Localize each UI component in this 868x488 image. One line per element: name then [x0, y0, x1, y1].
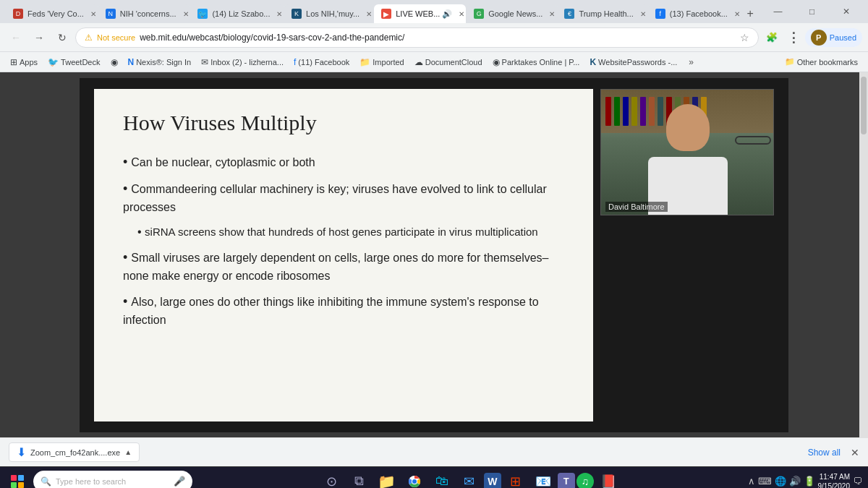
scrollbar-thumb[interactable]	[861, 77, 867, 134]
speaker-head	[666, 104, 710, 151]
back-button[interactable]: ←	[6, 27, 26, 48]
address-bar[interactable]: ⚠ Not secure web.mit.edu/webcast/biology…	[75, 27, 759, 48]
tab-favicon-nih: N	[106, 9, 116, 19]
speaker-figure	[601, 90, 773, 215]
more-bookmarks-button[interactable]: »	[686, 56, 697, 69]
tab-live[interactable]: ▶ LIVE WEB... 🔊 ✕	[374, 4, 466, 23]
main-content: How Viruses Multiply Can be nuclear, cyt…	[0, 72, 868, 437]
book	[631, 97, 637, 126]
taskbar-outlook[interactable]: 📧	[530, 468, 556, 489]
tab-close-live[interactable]: ✕	[456, 9, 466, 19]
bookmark-apps[interactable]: ⊞ Apps	[6, 56, 42, 69]
wp-icon: K	[590, 57, 596, 67]
tab-los[interactable]: K Los NIH,'muy... ✕	[284, 4, 373, 23]
tab-close-news[interactable]: ✕	[547, 9, 556, 19]
taskbar-left: 🔍 Type here to search 🎤	[3, 468, 192, 489]
windows-logo-icon	[11, 475, 24, 488]
forward-button[interactable]: →	[29, 27, 49, 48]
show-all-button[interactable]: Show all	[808, 448, 841, 458]
bookmark-inbox[interactable]: ✉ Inbox (2) - lizherna...	[197, 56, 288, 69]
taskbar-mail[interactable]: ✉	[456, 468, 482, 489]
speaker-glasses	[735, 136, 771, 145]
maximize-button[interactable]: □	[796, 0, 828, 23]
bookmark-website-passwords[interactable]: K WebsitePasswords -...	[585, 56, 681, 69]
download-filename: Zoom_cm_fo42ank....exe	[30, 448, 120, 457]
book	[614, 97, 620, 126]
bullet-5: Also, large ones do other things like in…	[123, 292, 564, 329]
system-clock[interactable]: 11:47 AM 9/15/2020	[818, 472, 851, 489]
taskbar-taskview[interactable]: ⧉	[346, 468, 373, 489]
taskbar-teams[interactable]: T	[558, 473, 575, 489]
downloads-bar-close-button[interactable]: ✕	[851, 447, 859, 458]
minimize-button[interactable]: —	[762, 0, 794, 23]
book	[623, 97, 629, 126]
bookmark-nexis[interactable]: N Nexis®: Sign In	[124, 56, 196, 69]
profile-avatar: P	[811, 30, 827, 46]
bookmark-tweetdeck[interactable]: 🐦 TweetDeck	[43, 56, 104, 69]
tab-close-twitter[interactable]: ✕	[274, 9, 284, 19]
tab-facebook[interactable]: f (13) Facebook... ✕	[648, 4, 741, 23]
folder-icon: 📁	[359, 57, 370, 67]
taskbar-chrome[interactable]	[401, 468, 427, 489]
tab-label-live: LIVE WEB... 🔊	[396, 9, 452, 19]
download-item[interactable]: ⬇ Zoom_cm_fo42ank....exe ▲	[9, 442, 140, 462]
tab-twitter[interactable]: 🐦 (14) Liz Szabo... ✕	[190, 4, 284, 23]
tab-favicon-feds: D	[13, 9, 23, 19]
taskbar-search-placeholder: Type here to search	[56, 477, 126, 486]
bookmark-parktakes[interactable]: ◉ Parktakes Online | P...	[488, 56, 584, 69]
tab-label-news: Google News...	[488, 9, 542, 18]
taskbar-cortana[interactable]: ⊙	[319, 468, 345, 489]
tab-trump[interactable]: € Trump Health... ✕	[557, 4, 647, 23]
taskbar-right: ∧ ⌨ 🌐 🔊 🔋 11:47 AM 9/15/2020 🗨	[748, 472, 866, 489]
bookmark-circle1[interactable]: ◉	[106, 56, 122, 69]
taskbar: 🔍 Type here to search 🎤 ⊙ ⧉ 📁 🛍 ✉ W ⊞ 📧 …	[0, 466, 868, 488]
speaker-label: David Baltimore	[605, 202, 668, 212]
tab-strip: D Feds 'Very Co... ✕ N NIH 'concerns... …	[6, 0, 759, 23]
bookmark-star-icon[interactable]: ☆	[740, 32, 749, 43]
tab-close-facebook[interactable]: ✕	[732, 9, 741, 19]
start-button[interactable]	[3, 468, 32, 489]
tab-close-feds[interactable]: ✕	[88, 9, 98, 19]
tab-label-nih: NIH 'concerns...	[120, 9, 176, 18]
bookmark-facebook[interactable]: f (11) Facebook	[289, 56, 354, 69]
taskbar-store[interactable]: 🛍	[429, 468, 455, 489]
taskbar-word[interactable]: W	[484, 473, 501, 489]
tab-close-nih[interactable]: ✕	[181, 9, 190, 19]
notifications-icon[interactable]: 🗨	[853, 476, 862, 487]
other-bookmarks-folder[interactable]: 📁 Other bookmarks	[780, 56, 862, 68]
tab-close-los[interactable]: ✕	[364, 9, 373, 19]
up-arrow-icon[interactable]: ∧	[748, 476, 755, 487]
taskbar-explorer[interactable]: 📁	[374, 468, 400, 489]
nexis-icon: N	[128, 57, 135, 67]
speaker-video: David Baltimore	[600, 89, 774, 215]
bookmark-documentcloud[interactable]: ☁ DocumentCloud	[410, 56, 487, 69]
tab-close-trump[interactable]: ✕	[638, 9, 647, 19]
tab-news[interactable]: G Google News... ✕	[467, 4, 556, 23]
volume-icon[interactable]: 🔊	[789, 476, 801, 487]
tab-feds[interactable]: D Feds 'Very Co... ✕	[6, 4, 98, 23]
battery-icon[interactable]: 🔋	[804, 476, 815, 487]
tab-nih[interactable]: N NIH 'concerns... ✕	[98, 4, 190, 23]
book	[640, 97, 646, 126]
extensions-button[interactable]: 🧩	[762, 27, 782, 48]
tab-label-los: Los NIH,'muy...	[306, 9, 359, 18]
profile-button[interactable]: P Paused	[805, 28, 862, 47]
bookmark-imported-label: Imported	[373, 58, 404, 67]
page-scrollbar[interactable]	[859, 72, 868, 437]
bookmark-parktakes-label: Parktakes Online | P...	[502, 58, 580, 67]
download-chevron-icon[interactable]: ▲	[124, 448, 132, 456]
bookmark-imported[interactable]: 📁 Imported	[355, 56, 408, 69]
network-icon[interactable]: 🌐	[775, 476, 786, 487]
taskbar-office[interactable]: ⊞	[503, 468, 529, 489]
new-tab-button[interactable]: +	[741, 4, 759, 23]
taskbar-center: ⊙ ⧉ 📁 🛍 ✉ W ⊞ 📧 T ♫ 📕	[194, 468, 746, 489]
reload-button[interactable]: ↻	[52, 27, 72, 48]
more-menu-button[interactable]: ⋮	[783, 27, 804, 48]
taskbar-search[interactable]: 🔍 Type here to search 🎤	[33, 471, 192, 489]
taskbar-mic-icon[interactable]: 🎤	[174, 476, 185, 487]
taskbar-acrobat[interactable]: 📕	[595, 468, 621, 489]
taskbar-spotify[interactable]: ♫	[576, 473, 594, 489]
close-button[interactable]: ✕	[830, 0, 862, 23]
keyboard-icon[interactable]: ⌨	[758, 476, 772, 487]
bookmark-documentcloud-label: DocumentCloud	[425, 58, 482, 67]
